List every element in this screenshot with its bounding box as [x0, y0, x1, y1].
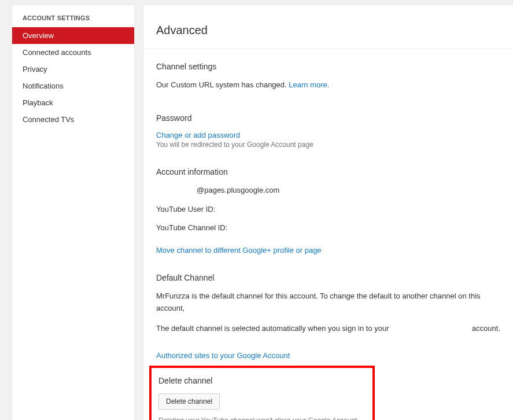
page-title: Advanced [143, 5, 513, 49]
section-default-channel: Default Channel MrFunzza is the default … [143, 260, 513, 365]
default-channel-text2b: account. [472, 323, 500, 335]
learn-more-link[interactable]: Learn more [289, 80, 327, 89]
section-channel-settings: Channel settings Our Custom URL system h… [143, 49, 513, 101]
default-channel-text1: MrFunzza is the default channel for this… [156, 290, 500, 315]
sidebar: ACCOUNT SETTINGS Overview Connected acco… [12, 5, 135, 420]
sidebar-item-privacy[interactable]: Privacy [12, 61, 134, 78]
authorized-sites-link[interactable]: Authorized sites to your Google Account [156, 351, 290, 360]
default-channel-text2: The default channel is selected automati… [156, 323, 500, 335]
account-email: @pages.plusgoogle.com [156, 185, 500, 197]
delete-channel-highlight: Delete channel Delete channel Deleting y… [149, 366, 375, 420]
sidebar-item-notifications[interactable]: Notifications [12, 78, 134, 94]
channel-settings-body: Our Custom URL system has changed. [156, 80, 289, 89]
section-password: Password Change or add password You will… [143, 101, 513, 154]
default-channel-title: Default Channel [156, 273, 500, 282]
sidebar-item-connected-accounts[interactable]: Connected accounts [12, 44, 134, 61]
youtube-user-id-label: YouTube User ID: [156, 204, 500, 216]
default-channel-text2a: The default channel is selected automati… [156, 323, 389, 335]
password-title: Password [156, 113, 500, 123]
youtube-channel-id-label: YouTube Channel ID: [156, 222, 500, 234]
delete-channel-title: Delete channel [158, 376, 366, 385]
main-content: Advanced Channel settings Our Custom URL… [143, 5, 513, 420]
sidebar-header: ACCOUNT SETTINGS [12, 5, 134, 27]
change-password-link[interactable]: Change or add password [156, 131, 500, 139]
account-info-title: Account information [156, 167, 500, 176]
sidebar-item-connected-tvs[interactable]: Connected TVs [12, 111, 134, 128]
delete-channel-button[interactable]: Delete channel [158, 393, 220, 410]
move-channel-link[interactable]: Move channel to different Google+ profil… [156, 246, 322, 255]
period: . [327, 80, 330, 89]
sidebar-item-playback[interactable]: Playback [12, 94, 134, 111]
channel-settings-text: Our Custom URL system has changed. Learn… [156, 79, 500, 91]
section-account-info: Account information @pages.plusgoogle.co… [143, 154, 513, 260]
password-note: You will be redirected to your Google Ac… [156, 141, 500, 149]
delete-channel-note: Deleting your YouTube channel won't clos… [158, 417, 366, 420]
channel-settings-title: Channel settings [156, 62, 500, 71]
sidebar-item-overview[interactable]: Overview [12, 27, 134, 44]
